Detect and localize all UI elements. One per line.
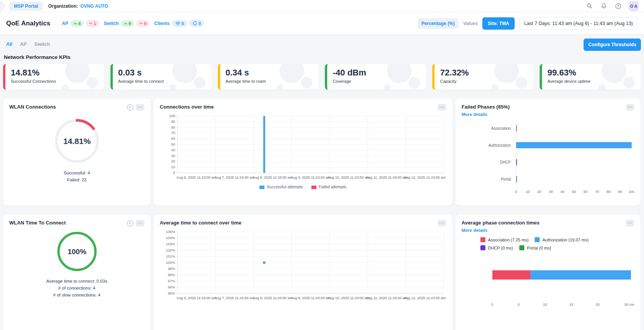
clients-count-label[interactable]: Clients	[154, 21, 169, 26]
legend-item: Association (7.25 ms)	[480, 237, 529, 242]
donut-footer: Average time to connect: 0.03s# of conne…	[46, 278, 107, 298]
main-content: All AP Switch Configure Thresholds Netwo…	[0, 35, 644, 330]
svg-text:0: 0	[491, 302, 493, 307]
organization-label: Organization:	[48, 3, 78, 9]
info-icon[interactable]: i	[127, 220, 133, 226]
kpi-card-average-time-to-connect: 0.03 sAverage time to connect	[110, 64, 212, 90]
svg-text:20: 20	[537, 189, 542, 194]
user-avatar[interactable]: O A	[629, 1, 639, 11]
clients-roaming-badge: 0	[189, 20, 204, 27]
legend-swatch	[259, 186, 264, 189]
tab-all[interactable]: All	[6, 42, 12, 47]
kpi-label: Coverage	[333, 79, 426, 84]
chevron-down-icon	[89, 22, 92, 25]
kpi-label: Average device uptime	[547, 79, 641, 84]
notifications-bell-icon[interactable]	[601, 3, 607, 9]
unit-toggle-percentage[interactable]: Percentage (%)	[418, 18, 459, 29]
card-title: Average phase connection times	[462, 220, 540, 226]
svg-text:10: 10	[526, 189, 530, 194]
kpi-label: Capacity	[440, 79, 534, 84]
connections-legend: Successful attemptsFailed attempts	[160, 184, 446, 189]
svg-text:103%: 103%	[166, 242, 176, 246]
ellipsis-menu-icon[interactable]: ···	[136, 220, 145, 226]
svg-text:Aug 7, 2025 11:43:00 am: Aug 7, 2025 11:43:00 am	[214, 296, 254, 300]
svg-text:Authorization: Authorization	[488, 143, 511, 147]
svg-text:100%: 100%	[166, 260, 176, 265]
more-details-link[interactable]: More details	[462, 228, 487, 233]
ellipsis-menu-icon[interactable]: ···	[438, 104, 447, 111]
ellipsis-menu-icon[interactable]: ···	[626, 104, 635, 111]
kpi-section-title: Network Performance KPIs	[4, 54, 641, 60]
scope-tabs: All AP Switch	[6, 39, 50, 47]
ellipsis-menu-icon[interactable]: ···	[438, 220, 447, 226]
ap-up-count: 4	[78, 21, 80, 26]
site-selector-button[interactable]: Site: TMA	[482, 17, 514, 30]
ellipsis-menu-icon[interactable]: ···	[136, 104, 145, 111]
svg-text:70: 70	[595, 189, 599, 194]
help-icon[interactable]: ?	[615, 3, 622, 10]
wifi-icon	[175, 21, 181, 26]
connections-over-time-card: Connections over time ··· 10090807060504…	[154, 99, 452, 206]
more-details-link[interactable]: More details	[462, 112, 487, 117]
svg-text:60: 60	[171, 136, 175, 141]
legend-swatch	[311, 186, 316, 189]
roaming-icon	[192, 21, 197, 26]
svg-text:20: 20	[171, 159, 175, 163]
svg-text:0: 0	[515, 189, 517, 194]
svg-text:Aug 8, 2025 11:43:00 am: Aug 8, 2025 11:43:00 am	[253, 296, 293, 300]
kpi-value: 72.32%	[440, 68, 534, 77]
donut-ring: 14.81%	[54, 118, 100, 164]
top-bar: MSP Portal Organization: OVNG AUTO ? O A	[0, 0, 644, 12]
switch-down-count: 0	[144, 21, 146, 26]
svg-text:26 ms: 26 ms	[624, 302, 634, 307]
info-icon[interactable]: i	[127, 104, 133, 111]
kpi-label: Average time to roam	[226, 79, 319, 84]
svg-text:Aug 7, 2025 11:43:00 am: Aug 7, 2025 11:43:00 am	[214, 176, 254, 179]
stack-segment-association	[492, 270, 530, 280]
hbar-portal	[516, 176, 517, 182]
svg-text:Aug 9, 2025 11:43:00 am: Aug 9, 2025 11:43:00 am	[291, 296, 331, 300]
svg-text:Aug 10, 2025 11:43:00 am: Aug 10, 2025 11:43:00 am	[328, 296, 370, 300]
clients-roaming-count: 0	[199, 21, 201, 26]
card-title: Failed Phases (85%)	[462, 104, 510, 110]
edge-partial-button[interactable]	[0, 1, 5, 11]
ap-down-count: 1	[94, 21, 96, 26]
donut-ring: 100%	[57, 231, 97, 272]
legend-item: Authorization (19.07 ms)	[535, 237, 589, 242]
svg-text:40: 40	[560, 189, 565, 194]
unit-toggle-values[interactable]: Values	[463, 21, 478, 26]
tab-switch[interactable]: Switch	[34, 42, 50, 47]
header-right-controls: Percentage (%) Values Site: TMA Last 7 D…	[418, 17, 638, 30]
ap-count-label[interactable]: AP	[62, 21, 69, 26]
svg-text:Association: Association	[491, 126, 511, 131]
search-icon[interactable]	[586, 3, 593, 9]
avg-time-to-connect-card: Average time to connect over time ··· 10…	[154, 214, 452, 330]
legend-swatch	[480, 237, 485, 242]
organization-name-link[interactable]: OVNG AUTO	[80, 3, 108, 9]
configure-thresholds-button[interactable]: Configure Thresholds	[584, 39, 641, 51]
hbar-dhcp	[516, 159, 517, 165]
svg-text:102%: 102%	[166, 248, 176, 252]
wlan-time-to-connect-donut: 100%Average time to connect: 0.03s# of c…	[9, 231, 144, 298]
kpi-value: -40 dBm	[333, 68, 426, 77]
svg-text:Aug 9, 2025 11:43:00 am: Aug 9, 2025 11:43:00 am	[291, 176, 331, 179]
svg-text:Aug 12, 2025 11:43:00 am: Aug 12, 2025 11:43:00 am	[404, 296, 446, 300]
clients-wifi-count: 0	[182, 21, 184, 26]
svg-text:50: 50	[171, 142, 175, 146]
date-range-picker[interactable]: Last 7 Days: 11:43 am (Aug 6) - 11:43 am…	[519, 17, 638, 30]
svg-text:97%: 97%	[168, 279, 176, 283]
svg-text:30: 30	[549, 189, 553, 194]
msp-portal-button[interactable]: MSP Portal	[9, 2, 43, 11]
svg-text:30: 30	[171, 154, 175, 158]
ellipsis-menu-icon[interactable]: ···	[626, 220, 635, 226]
stack-segment-authorization	[530, 270, 631, 280]
legend-item: Failed attempts	[311, 184, 346, 189]
tab-ap[interactable]: AP	[20, 42, 27, 47]
svg-text:95%: 95%	[168, 291, 176, 295]
switch-count-label[interactable]: Switch	[104, 21, 119, 26]
svg-text:0: 0	[173, 171, 175, 175]
kpi-card-capacity: 72.32%Capacity	[432, 64, 534, 90]
switch-up-badge: 0	[121, 20, 134, 27]
svg-text:Aug 6, 2025 11:43:00 am: Aug 6, 2025 11:43:00 am	[177, 176, 217, 179]
connections-over-time-chart: 1009080706050403020100Aug 6, 2025 11:43:…	[160, 112, 446, 184]
